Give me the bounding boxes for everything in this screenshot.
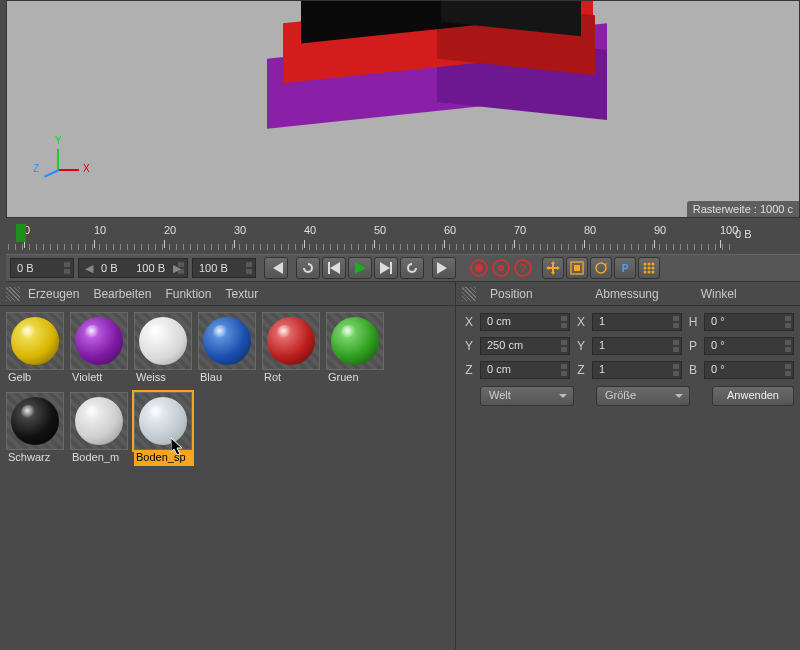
go-end-button[interactable] <box>432 257 456 279</box>
menu-textur[interactable]: Textur <box>225 287 258 301</box>
angle-h-field[interactable]: 0 ° <box>704 313 794 331</box>
timeline-tick: 40 <box>304 224 316 236</box>
keyframe-help-button[interactable]: ? <box>514 259 532 277</box>
timeline-ruler[interactable]: 0102030405060708090100 <box>8 224 732 250</box>
material-label: Boden_sp <box>134 450 194 466</box>
scale-x-field[interactable]: 1 <box>592 313 682 331</box>
material-gruen[interactable]: Gruen <box>326 312 386 388</box>
timeline-tick: 30 <box>234 224 246 236</box>
svg-point-5 <box>652 263 655 266</box>
redo-button[interactable] <box>400 257 424 279</box>
viewport-3d[interactable]: X Y Z Rasterweite : 1000 c <box>6 0 800 218</box>
material-schwarz[interactable]: Schwarz <box>6 392 66 468</box>
svg-point-7 <box>648 267 651 270</box>
timeline-tick: 90 <box>654 224 666 236</box>
attr-tab-winkel[interactable]: Winkel <box>695 287 800 301</box>
angle-p-field[interactable]: 0 ° <box>704 337 794 355</box>
scale-axis-label: Z <box>574 363 588 377</box>
svg-point-8 <box>652 267 655 270</box>
svg-point-3 <box>644 263 647 266</box>
position-y-field[interactable]: 250 cm <box>480 337 570 355</box>
material-label: Violett <box>70 370 130 386</box>
axis-z-label: Z <box>33 163 39 174</box>
move-mode-button[interactable] <box>542 257 564 279</box>
axis-gizmo: X Y Z <box>37 149 77 189</box>
range-start-field[interactable]: 0 B <box>10 258 74 278</box>
angle-axis-label: B <box>686 363 700 377</box>
next-frame-button[interactable] <box>374 257 398 279</box>
menu-bearbeiten[interactable]: Bearbeiten <box>93 287 151 301</box>
timeline-tick: 80 <box>584 224 596 236</box>
pos-axis-label: X <box>462 315 476 329</box>
timeline-current-frame: 0 B <box>735 228 795 240</box>
scale-y-field[interactable]: 1 <box>592 337 682 355</box>
material-label: Boden_m <box>70 450 130 466</box>
menu-erzeugen[interactable]: Erzeugen <box>28 287 79 301</box>
coord-space-dropdown[interactable]: Welt <box>480 386 574 406</box>
pos-axis-label: Z <box>462 363 476 377</box>
apply-button[interactable]: Anwenden <box>712 386 794 406</box>
svg-rect-1 <box>574 265 580 271</box>
position-z-field[interactable]: 0 cm <box>480 361 570 379</box>
material-rot[interactable]: Rot <box>262 312 322 388</box>
attribute-panel: Position Abmessung Winkel X0 cmX1H0 °Y25… <box>455 282 800 650</box>
timeline-tick: 60 <box>444 224 456 236</box>
attr-row-y: Y250 cmY1P0 ° <box>462 334 794 358</box>
material-manager: Erzeugen Bearbeiten Funktion Textur Gelb… <box>0 282 455 650</box>
svg-point-11 <box>652 271 655 274</box>
autokey-button[interactable] <box>492 259 510 277</box>
grid-spacing-hint: Rasterweite : 1000 c <box>687 201 799 217</box>
material-grid[interactable]: GelbViolettWeissBlauRotGruenSchwarzBoden… <box>0 306 455 474</box>
psr-mode-button[interactable]: P <box>614 257 636 279</box>
svg-point-4 <box>648 263 651 266</box>
material-label: Gelb <box>6 370 66 386</box>
material-label: Schwarz <box>6 450 66 466</box>
scale-axis-label: X <box>574 315 588 329</box>
angle-b-field[interactable]: 0 ° <box>704 361 794 379</box>
position-x-field[interactable]: 0 cm <box>480 313 570 331</box>
rotate-mode-button[interactable] <box>590 257 612 279</box>
range-span-field[interactable]: ◀ 0 B 100 B ▶ <box>78 258 188 278</box>
play-button[interactable] <box>348 257 372 279</box>
timeline-tick: 50 <box>374 224 386 236</box>
material-gelb[interactable]: Gelb <box>6 312 66 388</box>
svg-point-6 <box>644 267 647 270</box>
material-blau[interactable]: Blau <box>198 312 258 388</box>
attr-row-z: Z0 cmZ1B0 ° <box>462 358 794 382</box>
timeline-tick: 20 <box>164 224 176 236</box>
panel-grip-icon[interactable] <box>6 287 20 301</box>
scene-geometry <box>237 0 617 111</box>
material-label: Gruen <box>326 370 386 386</box>
go-start-button[interactable] <box>264 257 288 279</box>
material-boden_sp[interactable]: Boden_sp <box>134 392 194 468</box>
angle-axis-label: H <box>686 315 700 329</box>
material-boden_m[interactable]: Boden_m <box>70 392 130 468</box>
timeline-tick: 10 <box>94 224 106 236</box>
scale-z-field[interactable]: 1 <box>592 361 682 379</box>
attr-tab-position[interactable]: Position <box>484 287 589 301</box>
pos-axis-label: Y <box>462 339 476 353</box>
timeline-playhead[interactable] <box>16 224 26 242</box>
svg-point-9 <box>644 271 647 274</box>
menu-funktion[interactable]: Funktion <box>165 287 211 301</box>
material-label: Blau <box>198 370 258 386</box>
angle-axis-label: P <box>686 339 700 353</box>
prev-frame-button[interactable] <box>322 257 346 279</box>
material-menu-bar: Erzeugen Bearbeiten Funktion Textur <box>0 282 455 306</box>
undo-button[interactable] <box>296 257 320 279</box>
timeline-tick: 70 <box>514 224 526 236</box>
panel-grip-icon[interactable] <box>462 287 476 301</box>
scale-mode-button[interactable] <box>566 257 588 279</box>
attr-tab-abmessung[interactable]: Abmessung <box>589 287 694 301</box>
snap-grid-button[interactable] <box>638 257 660 279</box>
material-label: Weiss <box>134 370 194 386</box>
record-button[interactable] <box>470 259 488 277</box>
range-end-field[interactable]: 100 B <box>192 258 256 278</box>
scale-axis-label: Y <box>574 339 588 353</box>
material-violett[interactable]: Violett <box>70 312 130 388</box>
size-mode-dropdown[interactable]: Größe <box>596 386 690 406</box>
svg-point-10 <box>648 271 651 274</box>
attr-row-x: X0 cmX1H0 ° <box>462 310 794 334</box>
material-weiss[interactable]: Weiss <box>134 312 194 388</box>
svg-point-2 <box>596 263 606 273</box>
